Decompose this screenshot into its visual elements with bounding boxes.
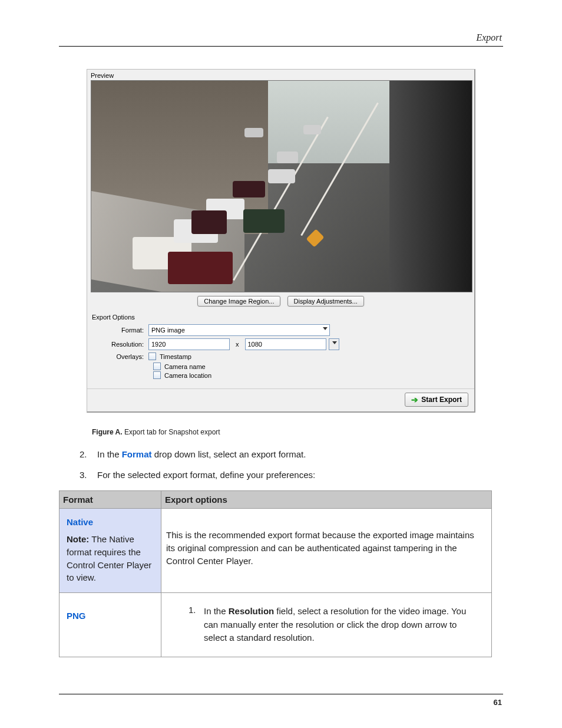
step-3-text: For the selected export format, define y… [97, 470, 315, 480]
native-description: This is the recommended export format be… [165, 512, 488, 584]
step-2-text-a: In the [97, 449, 122, 459]
overlay-timestamp-checkbox[interactable] [148, 353, 156, 360]
start-export-button[interactable]: ➔ Start Export [405, 393, 468, 407]
page-number: 61 [59, 698, 503, 707]
arrow-right-icon: ➔ [411, 395, 418, 404]
resolution-preset-dropdown[interactable] [329, 338, 339, 350]
note-label: Note: [67, 534, 89, 544]
resolution-width-value: 1920 [151, 341, 166, 348]
format-label: Format: [92, 327, 148, 334]
resolution-height-input[interactable]: 1080 [245, 338, 326, 350]
step-2: 2. In the Format drop down list, select … [80, 449, 503, 459]
png-step-1-a: In the [204, 606, 229, 616]
resolution-separator: x [236, 341, 239, 348]
step-2-number: 2. [80, 449, 97, 459]
resolution-bold: Resolution [229, 606, 275, 616]
export-tab-screenshot: Preview [87, 69, 475, 413]
start-export-label: Start Export [421, 396, 462, 404]
step-3-number: 3. [80, 470, 97, 480]
format-dropdown[interactable]: PNG image [148, 324, 330, 336]
overlay-timestamp-label: Timestamp [160, 353, 191, 360]
preview-image [91, 80, 472, 292]
change-image-region-button[interactable]: Change Image Region... [197, 296, 280, 307]
overlay-camera-location-label: Camera location [164, 372, 211, 379]
preview-group-label: Preview [91, 72, 471, 79]
format-link[interactable]: Format [122, 449, 152, 459]
overlays-label: Overlays: [92, 353, 148, 360]
figure-caption: Figure A. Export tab for Snapshot export [92, 428, 503, 436]
png-step-1-number: 1. [189, 605, 204, 645]
table-head-format: Format [59, 491, 161, 509]
resolution-height-value: 1080 [248, 341, 262, 348]
chevron-down-icon [323, 327, 328, 330]
overlay-camera-location-checkbox[interactable] [153, 371, 161, 379]
step-2-text-b: drop down list, select an export format. [152, 449, 306, 459]
format-dropdown-value: PNG image [151, 327, 185, 334]
display-adjustments-button[interactable]: Display Adjustments... [287, 296, 364, 307]
chevron-down-icon [332, 341, 337, 344]
resolution-width-input[interactable]: 1920 [148, 338, 230, 350]
figure-caption-text: Export tab for Snapshot export [123, 428, 220, 436]
header-rule [59, 46, 503, 47]
export-options-group-label: Export Options [92, 314, 470, 321]
table-row: Native Note: The Native format requires … [59, 509, 492, 593]
table-head-export-options: Export options [161, 491, 492, 509]
figure-label: Figure A. [92, 428, 123, 436]
table-row: PNG 1. In the Resolution field, select a… [59, 593, 492, 657]
page-header-section: Export [59, 32, 503, 43]
overlay-camera-name-checkbox[interactable] [153, 363, 161, 370]
step-3: 3. For the selected export format, defin… [80, 470, 503, 480]
overlay-camera-name-label: Camera name [164, 363, 206, 370]
format-options-table: Format Export options Native Note: The N… [59, 490, 492, 657]
png-link[interactable]: PNG [67, 611, 157, 621]
native-link[interactable]: Native [67, 517, 157, 527]
resolution-label: Resolution: [92, 341, 148, 348]
footer-rule [59, 694, 503, 694]
